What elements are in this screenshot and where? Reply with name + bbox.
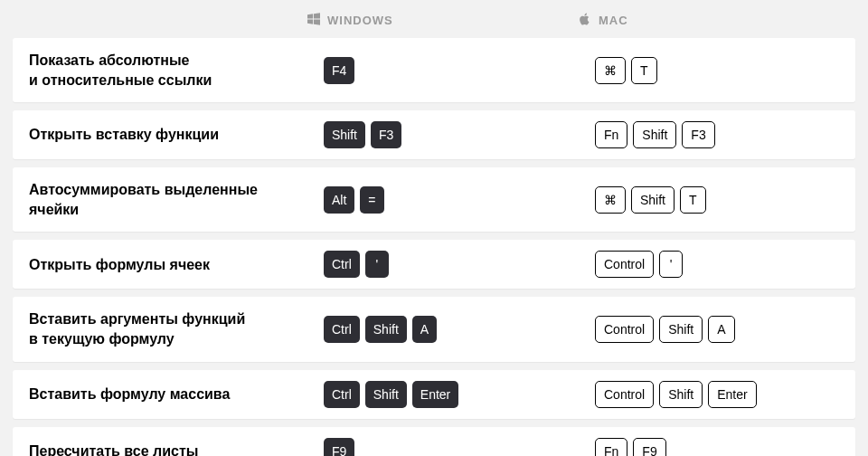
key: F3 — [682, 121, 714, 148]
mac-label: MAC — [599, 14, 628, 27]
windows-icon — [307, 13, 320, 28]
desc-line: Пересчитать все листы — [29, 442, 306, 456]
key: Ctrl — [324, 251, 360, 278]
key: Control — [595, 251, 654, 278]
key: ' — [659, 251, 683, 278]
key: Ctrl — [324, 381, 360, 408]
shortcut-description: Открыть формулы ячеек — [29, 255, 324, 275]
desc-line: в текущую формулу — [29, 329, 306, 349]
key: Ctrl — [324, 316, 360, 343]
windows-label: WINDOWS — [327, 14, 393, 27]
shortcut-description: Вставить формулу массива — [29, 385, 324, 404]
key: ⌘ — [595, 57, 626, 84]
shortcut-description: Показать абсолютныеи относительные ссылк… — [29, 51, 324, 90]
key: Control — [595, 316, 654, 343]
mac-keys: ⌘T — [595, 57, 839, 84]
key: Alt — [324, 186, 354, 214]
mac-keys: FnF9 — [595, 438, 839, 456]
shortcut-row: Показать абсолютныеи относительные ссылк… — [13, 38, 855, 102]
key: Shift — [324, 121, 365, 148]
windows-keys: Alt= — [324, 186, 595, 214]
desc-line: Вставить аргументы функций — [29, 309, 306, 329]
shortcut-row: Вставить формулу массиваCtrlShiftEnterCo… — [13, 370, 855, 419]
windows-keys: Ctrl' — [324, 251, 595, 278]
key: ' — [365, 251, 389, 278]
desc-line: Открыть формулы ячеек — [29, 255, 306, 275]
mac-keys: ControlShiftEnter — [595, 381, 839, 408]
shortcut-description: Открыть вставку функции — [29, 125, 324, 145]
key: Shift — [631, 186, 675, 214]
shortcut-description: Автосуммировать выделенныеячейки — [29, 180, 324, 219]
key: Shift — [365, 381, 407, 408]
windows-keys: CtrlShiftEnter — [324, 381, 595, 408]
windows-keys: ShiftF3 — [324, 121, 595, 148]
desc-line: Автосуммировать выделенные — [29, 180, 306, 200]
key: Shift — [633, 121, 676, 148]
desc-line: Показать абсолютные — [29, 51, 306, 71]
desc-line: Вставить формулу массива — [29, 385, 306, 404]
shortcut-description: Вставить аргументы функцийв текущую форм… — [29, 309, 324, 348]
key: T — [680, 186, 706, 214]
key: = — [360, 186, 383, 214]
windows-keys: F4 — [324, 57, 595, 84]
mac-keys: ControlShiftA — [595, 316, 839, 343]
desc-line: ячейки — [29, 200, 306, 220]
shortcut-row: Вставить аргументы функцийв текущую форм… — [13, 297, 855, 361]
shortcut-row: Пересчитать все листыF9FnF9 — [13, 427, 855, 456]
desc-line: Открыть вставку функции — [29, 125, 306, 145]
os-header: WINDOWS MAC — [13, 5, 855, 34]
shortcut-row: Открыть формулы ячеекCtrl'Control' — [13, 240, 855, 289]
key: A — [708, 316, 734, 343]
key: Enter — [412, 381, 458, 408]
mac-keys: FnShiftF3 — [595, 121, 839, 148]
key: Shift — [365, 316, 407, 343]
shortcut-table: WINDOWS MAC Показать абсолютныеи относит… — [13, 0, 855, 456]
windows-keys: CtrlShiftA — [324, 316, 595, 343]
shortcut-row: Автосуммировать выделенныеячейкиAlt=⌘Shi… — [13, 167, 855, 232]
key: Shift — [659, 381, 703, 408]
rows-container: Показать абсолютныеи относительные ссылк… — [13, 38, 855, 456]
windows-keys: F9 — [324, 438, 595, 456]
key: T — [631, 57, 657, 84]
shortcut-description: Пересчитать все листы — [29, 442, 324, 456]
apple-icon — [579, 13, 591, 28]
key: Shift — [659, 316, 703, 343]
mac-header: MAC — [579, 13, 855, 28]
key: F9 — [633, 438, 665, 456]
mac-keys: Control' — [595, 251, 839, 278]
mac-keys: ⌘ShiftT — [595, 186, 839, 214]
desc-line: и относительные ссылки — [29, 71, 306, 90]
shortcut-row: Открыть вставку функцииShiftF3FnShiftF3 — [13, 110, 855, 159]
key: Control — [595, 381, 654, 408]
key: A — [412, 316, 437, 343]
key: F4 — [324, 57, 354, 84]
key: F9 — [324, 438, 354, 456]
key: F3 — [371, 121, 401, 148]
windows-header: WINDOWS — [307, 13, 579, 28]
key: Enter — [708, 381, 756, 408]
key: Fn — [595, 121, 627, 148]
key: ⌘ — [595, 186, 626, 214]
key: Fn — [595, 438, 627, 456]
